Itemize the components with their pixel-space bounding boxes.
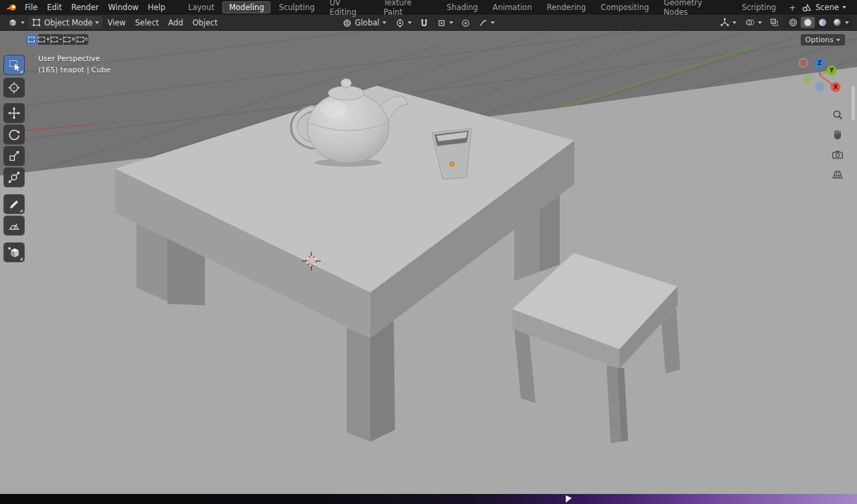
transform-orientation-dropdown[interactable]: Global xyxy=(339,17,390,29)
xray-toggle-button[interactable] xyxy=(767,17,781,28)
tool-measure[interactable] xyxy=(4,216,24,235)
select-subtract-icon xyxy=(51,37,58,42)
editor-type-button[interactable] xyxy=(4,16,28,29)
overlays-dropdown[interactable] xyxy=(742,16,765,29)
menu-render[interactable]: Render xyxy=(67,0,104,15)
xray-icon xyxy=(769,17,779,27)
tab-uv-editing[interactable]: UV Editing xyxy=(323,0,376,18)
tab-layout[interactable]: Layout xyxy=(181,1,221,13)
options-dropdown[interactable]: Options xyxy=(801,34,845,46)
workspace-tabs: Layout Modeling Sculpting UV Editing Tex… xyxy=(181,0,801,15)
select-mode-invert[interactable]: × xyxy=(64,34,76,45)
chevron-down-icon xyxy=(408,21,412,24)
select-extend-icon xyxy=(38,37,45,42)
select-mode-extend[interactable]: + xyxy=(38,34,50,45)
chevron-down-icon xyxy=(95,21,99,24)
annotate-pencil-icon xyxy=(7,197,21,211)
tab-texture-paint[interactable]: Texture Paint xyxy=(377,0,439,18)
scene-selector[interactable]: Scene xyxy=(801,3,857,13)
shading-material-button[interactable] xyxy=(815,17,830,28)
scene-name: Scene xyxy=(815,3,839,12)
chevron-down-icon xyxy=(449,21,453,24)
material-sphere-icon xyxy=(817,17,828,27)
tool-annotate[interactable] xyxy=(4,195,24,214)
tab-scripting[interactable]: Scripting xyxy=(735,1,783,13)
shading-mode-group xyxy=(783,16,852,29)
teapot-knob[interactable] xyxy=(341,79,352,88)
menu-object[interactable]: Object xyxy=(188,18,222,27)
menu-window[interactable]: Window xyxy=(103,0,143,15)
pivot-point-dropdown[interactable] xyxy=(392,17,415,29)
tool-select-box[interactable] xyxy=(4,56,24,74)
select-invert-icon xyxy=(64,37,70,42)
tab-sculpting[interactable]: Sculpting xyxy=(272,1,321,13)
mode-dropdown[interactable]: Object Mode xyxy=(28,16,102,29)
tab-compositing[interactable]: Compositing xyxy=(594,1,655,13)
tool-rotate[interactable] xyxy=(4,125,24,144)
view-perspective-label: User Perspective xyxy=(38,53,110,64)
tool-scale[interactable] xyxy=(4,147,24,165)
magnet-icon xyxy=(419,18,429,28)
menu-file[interactable]: File xyxy=(20,0,42,15)
gizmo-axis-neg-x[interactable] xyxy=(799,59,808,68)
shading-solid-button[interactable] xyxy=(801,17,815,28)
subtool-corner-marker xyxy=(19,70,23,73)
table-front-leg-side[interactable] xyxy=(370,321,395,442)
select-mode-set[interactable] xyxy=(25,34,37,45)
add-workspace-button[interactable]: + xyxy=(783,3,801,13)
table-front-leg[interactable] xyxy=(347,327,370,442)
tab-modeling[interactable]: Modeling xyxy=(222,1,270,13)
teapot-body[interactable] xyxy=(307,92,389,163)
pivot-icon xyxy=(395,18,405,28)
gizmo-label-z: Z xyxy=(817,60,822,66)
add-cube-icon xyxy=(7,246,21,259)
menu-select[interactable]: Select xyxy=(131,18,163,27)
options-label: Options xyxy=(805,35,834,44)
tab-rendering[interactable]: Rendering xyxy=(540,1,593,13)
blender-logo-icon[interactable] xyxy=(0,3,20,12)
tool-cursor[interactable] xyxy=(4,78,24,97)
viewport-3d[interactable]: Z Y X xyxy=(0,31,857,494)
chevron-down-icon xyxy=(491,21,495,24)
gizmo-label-x: X xyxy=(834,84,838,90)
select-mode-intersect[interactable]: ∩ xyxy=(76,34,88,45)
proportional-falloff-dropdown[interactable] xyxy=(475,17,498,29)
tab-animation[interactable]: Animation xyxy=(486,1,539,13)
shading-rendered-button[interactable] xyxy=(830,17,844,28)
tool-add-cube[interactable] xyxy=(4,243,24,262)
editor-type-icon xyxy=(7,17,18,28)
invert-glyph: × xyxy=(71,37,76,42)
scale-icon xyxy=(7,149,21,163)
tab-shading[interactable]: Shading xyxy=(440,1,485,13)
topbar: File Edit Render Window Help Layout Mode… xyxy=(0,0,857,15)
select-mode-subtract[interactable]: − xyxy=(51,34,63,45)
orientation-label: Global xyxy=(355,18,380,27)
chevron-down-icon xyxy=(758,21,762,24)
scene-icon xyxy=(801,3,812,13)
chevron-down-icon xyxy=(21,21,25,24)
rotate-icon xyxy=(7,128,21,141)
snap-toggle-button[interactable] xyxy=(417,17,431,29)
menu-edit[interactable]: Edit xyxy=(42,0,66,15)
object-origin-dot[interactable] xyxy=(450,162,454,166)
tab-geometry-nodes[interactable]: Geometry Nodes xyxy=(657,0,734,18)
tool-move[interactable] xyxy=(4,104,24,122)
rendered-sphere-icon xyxy=(832,17,842,27)
proportional-editing-button[interactable] xyxy=(459,17,473,29)
menu-add[interactable]: Add xyxy=(163,18,187,27)
proportional-editing-icon xyxy=(461,18,471,28)
select-mode-buttons: + − × ∩ xyxy=(25,34,88,45)
move-icon xyxy=(7,106,21,120)
cursor-artifact xyxy=(566,495,572,503)
menu-view[interactable]: View xyxy=(102,18,130,27)
gizmo-axis-neg-z[interactable] xyxy=(815,83,824,92)
select-intersect-icon xyxy=(77,37,84,42)
snap-target-dropdown[interactable] xyxy=(433,17,457,29)
region-scroll-indicator[interactable] xyxy=(852,86,855,120)
shading-wireframe-button[interactable] xyxy=(786,17,800,28)
minus-glyph: − xyxy=(58,37,63,42)
tool-transform[interactable] xyxy=(4,168,24,187)
gizmo-axis-neg-y[interactable] xyxy=(803,76,812,84)
menu-help[interactable]: Help xyxy=(143,0,170,15)
status-strip xyxy=(0,494,857,504)
